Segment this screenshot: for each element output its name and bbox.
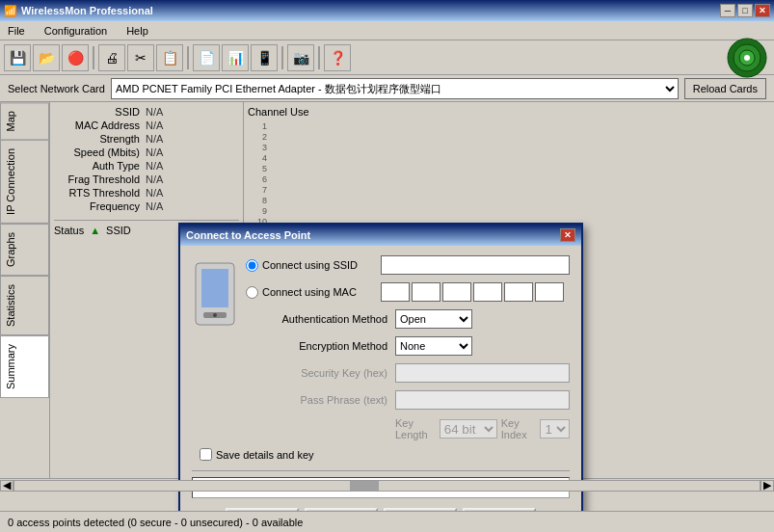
dialog-close-button[interactable]: ✕	[560, 228, 575, 242]
speed-row: Speed (Mbits) N/A	[54, 146, 239, 158]
status-text: 0 access points detected (0 secure - 0 u…	[8, 517, 303, 528]
mac-radio-label[interactable]: Connect using MAC	[246, 286, 381, 299]
ssid-value: N/A	[146, 106, 163, 118]
rts-row: RTS Threshold N/A	[54, 187, 239, 199]
dialog-title: Connect to Access Point	[186, 229, 310, 241]
app-title: WirelessMon Professional	[21, 5, 153, 16]
auth-label: Auth Type	[54, 160, 146, 172]
doc-toolbar-btn[interactable]: 📄	[193, 44, 220, 71]
chart-toolbar-btn[interactable]: 📊	[222, 44, 249, 71]
key-length-label: Key Length	[395, 417, 436, 440]
sidebar-tab-graphs[interactable]: Graphs	[0, 224, 49, 276]
enc-method-label: Encryption Method	[246, 340, 395, 352]
save-details-label: Save details and key	[216, 449, 314, 461]
pass-phrase-row: Pass Phrase (text)	[246, 390, 570, 410]
rts-value: N/A	[146, 187, 163, 199]
toolbar-sep-2	[187, 46, 189, 69]
key-index-select: 1 2 3 4	[540, 419, 570, 439]
auth-method-select[interactable]: Open Shared WPA WPA2	[395, 309, 472, 329]
speed-label: Speed (Mbits)	[54, 146, 146, 158]
frag-value: N/A	[146, 173, 163, 185]
record-toolbar-btn[interactable]: 🔴	[62, 44, 89, 71]
dialog-title-bar: Connect to Access Point ✕	[180, 225, 581, 246]
freq-label: Frequency	[54, 200, 146, 212]
frag-row: Frag Threshold N/A	[54, 173, 239, 185]
auth-value: N/A	[146, 160, 163, 172]
scroll-right-btn[interactable]: ▶	[761, 480, 774, 492]
svg-point-7	[213, 313, 217, 317]
help-toolbar-btn[interactable]: ❓	[324, 44, 351, 71]
cut-toolbar-btn[interactable]: ✂	[127, 44, 154, 71]
status-label: Status	[54, 225, 84, 236]
save-details-row: Save details and key	[192, 448, 570, 461]
minimize-button[interactable]: ─	[720, 4, 735, 17]
app-icon: 📶	[4, 5, 17, 17]
strength-value: N/A	[146, 133, 163, 145]
mac-input-5[interactable]	[504, 282, 533, 302]
ssid-radio-text: Connect using SSID	[262, 259, 358, 271]
enc-method-row: Encryption Method None WEP TKIP AES	[246, 336, 570, 356]
strength-label: Strength	[54, 133, 146, 145]
speed-value: N/A	[146, 146, 163, 158]
main-area: Map IP Connection Graphs Statistics Summ…	[0, 102, 774, 478]
mac-input-6[interactable]	[535, 282, 564, 302]
scroll-bar[interactable]	[13, 480, 761, 492]
reload-cards-button[interactable]: Reload Cards	[684, 78, 766, 99]
ssid-radio-label[interactable]: Connect using SSID	[246, 259, 381, 272]
mac-input-3[interactable]	[442, 282, 471, 302]
channel-use-title: Channel Use	[248, 106, 393, 118]
mac-label: MAC Address	[54, 120, 146, 131]
mac-input-1[interactable]	[381, 282, 410, 302]
ssid-input[interactable]	[381, 255, 570, 275]
strength-row: Strength N/A	[54, 133, 239, 145]
ssid-label: SSID	[54, 106, 146, 118]
menu-configuration[interactable]: Configuration	[40, 23, 111, 39]
mac-option-row: Connect using MAC	[246, 282, 570, 302]
dialog-form: Connect using SSID Connect using MAC	[246, 255, 570, 448]
sidebar-tab-statistics[interactable]: Statistics	[0, 276, 49, 335]
freq-row: Frequency N/A	[54, 200, 239, 212]
sidebar-tab-summary[interactable]: Summary	[0, 335, 49, 398]
auth-method-label: Authentication Method	[246, 313, 395, 325]
network-card-row: Select Network Card AMD PCNET Family PCI…	[0, 75, 774, 102]
key-index-label: Key Index	[501, 417, 537, 440]
status-indicator: ▲	[90, 225, 100, 236]
restore-button[interactable]: □	[737, 4, 753, 17]
print-toolbar-btn[interactable]: 🖨	[98, 44, 125, 71]
close-button[interactable]: ✕	[755, 4, 770, 17]
scroll-left-btn[interactable]: ◀	[0, 480, 13, 492]
network-card-label: Select Network Card	[8, 83, 105, 94]
sidebar: Map IP Connection Graphs Statistics Summ…	[0, 102, 50, 478]
network-card-select[interactable]: AMD PCNET Family PCI Ethernet Adapter - …	[111, 78, 679, 99]
ssid-radio[interactable]	[246, 259, 258, 272]
app-logo	[724, 35, 770, 81]
scroll-area: ◀ ▶	[0, 478, 774, 492]
security-key-input	[395, 363, 570, 383]
save-details-checkbox[interactable]	[200, 448, 212, 461]
auth-method-row: Authentication Method Open Shared WPA WP…	[246, 309, 570, 329]
mac-input-4[interactable]	[473, 282, 502, 302]
sidebar-tab-map[interactable]: Map	[0, 102, 49, 140]
ssid-option-row: Connect using SSID	[246, 255, 570, 275]
dialog-icon	[192, 255, 238, 332]
camera-toolbar-btn[interactable]: 📷	[287, 44, 314, 71]
status-bar: 0 access points detected (0 secure - 0 u…	[0, 511, 774, 532]
copy-toolbar-btn[interactable]: 📋	[156, 44, 183, 71]
sidebar-tab-ip-connection[interactable]: IP Connection	[0, 140, 49, 224]
menu-bar: File Configuration Help	[0, 21, 774, 40]
save-toolbar-btn[interactable]: 💾	[4, 44, 31, 71]
enc-method-select[interactable]: None WEP TKIP AES	[395, 336, 472, 356]
mac-input-2[interactable]	[412, 282, 440, 302]
toolbar-sep-3	[281, 46, 283, 69]
frag-label: Frag Threshold	[54, 173, 146, 185]
pass-phrase-input	[395, 390, 570, 410]
svg-point-3	[744, 55, 750, 61]
mac-value: N/A	[146, 120, 163, 131]
open-toolbar-btn[interactable]: 📂	[33, 44, 60, 71]
menu-help[interactable]: Help	[122, 23, 152, 39]
device-toolbar-btn[interactable]: 📱	[251, 44, 278, 71]
mac-radio[interactable]	[246, 286, 258, 299]
menu-file[interactable]: File	[4, 23, 29, 39]
toolbar: 💾 📂 🔴 🖨 ✂ 📋 📄 📊 📱 📷 ❓	[0, 40, 774, 75]
title-bar: 📶 WirelessMon Professional ─ □ ✕	[0, 0, 774, 21]
